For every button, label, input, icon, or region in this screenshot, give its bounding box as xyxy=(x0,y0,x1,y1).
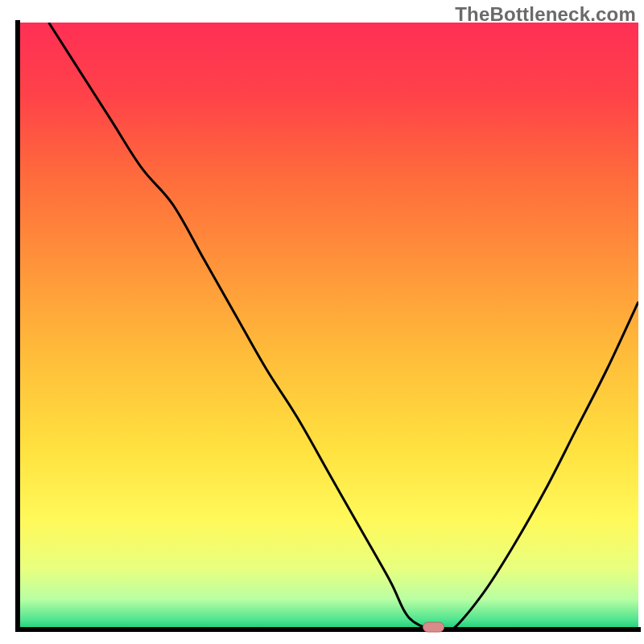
watermark-text: TheBottleneck.com xyxy=(455,3,636,26)
gradient-background xyxy=(18,23,638,630)
chart-container: TheBottleneck.com xyxy=(0,0,644,644)
optimum-marker xyxy=(423,622,444,632)
plot-svg xyxy=(0,0,644,644)
